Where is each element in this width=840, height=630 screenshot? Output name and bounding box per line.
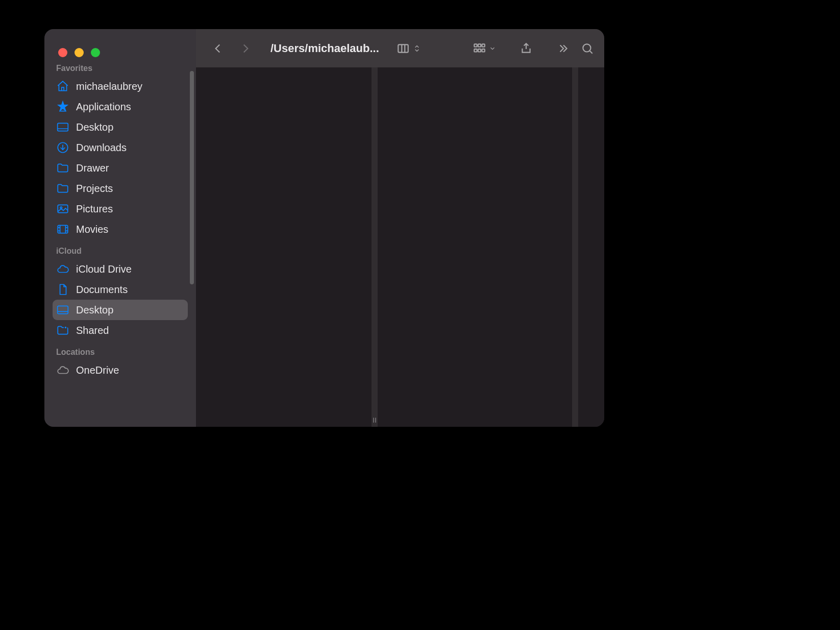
pictures-icon: [56, 202, 69, 215]
toolbar: /Users/michaelaub...: [196, 29, 604, 67]
view-mode-group: [390, 42, 427, 55]
path-title[interactable]: /Users/michaelaub...: [270, 42, 379, 55]
desktop-icon: [56, 303, 69, 317]
content-area: [196, 67, 604, 427]
sidebar-item-drawer[interactable]: Drawer: [53, 158, 188, 178]
sidebar-item-onedrive[interactable]: OneDrive: [53, 360, 188, 380]
svg-rect-5: [58, 225, 68, 233]
svg-rect-19: [478, 44, 481, 46]
columns-view-button[interactable]: [397, 42, 410, 55]
folder-icon: [56, 161, 69, 175]
shared-folder-icon: [56, 324, 69, 337]
back-button[interactable]: [211, 42, 225, 55]
column-2[interactable]: [378, 67, 572, 427]
apps-icon: [56, 100, 69, 113]
share-button[interactable]: [520, 42, 533, 55]
forward-button[interactable]: [239, 42, 252, 55]
sidebar-item-label: Desktop: [76, 122, 113, 133]
chevron-down-icon: [489, 42, 496, 55]
sidebar-item-movies[interactable]: Movies: [53, 219, 188, 239]
svg-rect-21: [474, 49, 477, 52]
svg-rect-23: [482, 49, 484, 52]
sidebar-item-label: Movies: [76, 224, 108, 235]
sidebar-item-label: michaelaubrey: [76, 81, 142, 92]
sidebar-item-label: Projects: [76, 183, 113, 195]
sidebar-item-icloud-drive[interactable]: iCloud Drive: [53, 259, 188, 279]
cloud-icon: [56, 262, 69, 276]
window-controls: [44, 29, 196, 61]
sidebar-section-heading-icloud: iCloud: [44, 244, 196, 259]
group-by-control[interactable]: [466, 42, 502, 55]
column-1[interactable]: [196, 67, 372, 427]
svg-line-25: [589, 51, 592, 53]
close-button[interactable]: [58, 48, 67, 57]
svg-point-24: [583, 44, 590, 52]
document-icon: [56, 283, 69, 296]
sidebar-item-label: Desktop: [76, 304, 113, 316]
sidebar-section-heading-favorites: Favorites: [44, 61, 196, 76]
svg-rect-18: [474, 44, 477, 46]
sidebar-section-heading-locations: Locations: [44, 345, 196, 360]
sidebar-item-applications[interactable]: Applications: [53, 96, 188, 117]
sidebar-item-label: Pictures: [76, 203, 113, 215]
sidebar-scrollbar[interactable]: [190, 71, 194, 284]
home-icon: [56, 80, 69, 93]
search-button[interactable]: [581, 42, 594, 55]
svg-rect-12: [58, 306, 68, 313]
sidebar-item-label: Documents: [76, 284, 128, 296]
sidebar-item-pictures[interactable]: Pictures: [53, 199, 188, 219]
sidebar-item-label: iCloud Drive: [76, 263, 132, 275]
sidebar-list-locations: OneDrive: [44, 360, 196, 380]
sidebar-item-downloads[interactable]: Downloads: [53, 137, 188, 158]
svg-rect-0: [58, 123, 68, 131]
main-area: /Users/michaelaub...: [196, 29, 604, 427]
view-mode-chevrons-icon[interactable]: [413, 42, 421, 55]
column-separator-1[interactable]: [372, 67, 378, 427]
svg-rect-22: [478, 49, 481, 52]
desktop-icon: [56, 120, 69, 134]
resize-grip-icon: [373, 418, 377, 425]
downloads-icon: [56, 141, 69, 154]
sidebar-item-label: Shared: [76, 325, 109, 336]
svg-point-14: [64, 326, 67, 329]
sidebar-item-documents[interactable]: Documents: [53, 279, 188, 300]
sidebar-item-desktop[interactable]: Desktop: [53, 117, 188, 137]
grid-group-icon: [473, 42, 486, 55]
overflow-button[interactable]: [556, 42, 570, 55]
sidebar-list-icloud: iCloud Drive Documents Desktop Shared: [44, 259, 196, 341]
sidebar-item-label: Applications: [76, 101, 131, 113]
sidebar-list-favorites: michaelaubrey Applications Desktop Downl…: [44, 76, 196, 239]
sidebar-item-home[interactable]: michaelaubrey: [53, 76, 188, 96]
sidebar-item-label: OneDrive: [76, 365, 119, 376]
cloud-icon: [56, 364, 69, 377]
column-separator-2[interactable]: [572, 67, 578, 427]
folder-icon: [56, 182, 69, 195]
svg-rect-15: [398, 44, 408, 52]
nav-buttons: [206, 42, 252, 55]
svg-rect-20: [482, 44, 484, 46]
toolbar-right: [466, 42, 594, 55]
column-3[interactable]: [578, 67, 604, 427]
sidebar-item-icloud-desktop[interactable]: Desktop: [53, 300, 188, 320]
maximize-button[interactable]: [91, 48, 100, 57]
finder-window: Favorites michaelaubrey Applications Des…: [44, 29, 604, 427]
sidebar-item-label: Drawer: [76, 162, 109, 174]
movies-icon: [56, 223, 69, 236]
sidebar: Favorites michaelaubrey Applications Des…: [44, 29, 196, 427]
sidebar-item-label: Downloads: [76, 142, 127, 154]
minimize-button[interactable]: [75, 48, 84, 57]
sidebar-item-projects[interactable]: Projects: [53, 178, 188, 199]
sidebar-item-shared[interactable]: Shared: [53, 320, 188, 341]
